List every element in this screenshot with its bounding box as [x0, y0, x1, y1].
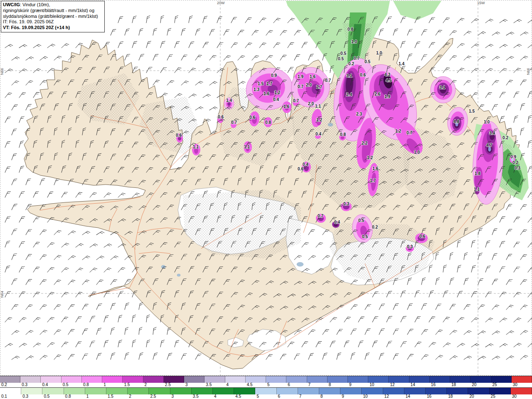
sleet-colorbar-segment	[368, 376, 389, 383]
rain-colorbar-tick: 0.8	[65, 394, 71, 399]
precip-value-label: 0.3	[515, 166, 520, 170]
rain-colorbar-segment	[64, 388, 85, 394]
precip-value-label: 0.6	[360, 73, 366, 77]
rain-colorbar-segment	[255, 388, 276, 394]
precip-value-label: 1.1	[315, 104, 321, 108]
rain-colorbar-tick: 2.5	[150, 394, 156, 399]
rain-colorbar-segment	[149, 388, 170, 394]
sleet-colorbar-tick: 0.3	[22, 382, 27, 387]
rain-colorbar-tick: 3	[172, 394, 174, 399]
rain-colorbar-segment	[319, 388, 340, 394]
precip-value-label: 0.3	[343, 202, 349, 206]
precip-value-label: 0.4	[315, 132, 321, 136]
rain-colorbar-tick: 25	[491, 394, 495, 399]
precip-value-label: 0.5	[358, 218, 364, 223]
rain-colorbar-segment	[170, 388, 192, 394]
rain-colorbar-tick: 4	[214, 394, 217, 399]
precip-value-label: 3.1	[346, 74, 352, 78]
sleet-colorbar-tick: 0.2	[1, 382, 7, 387]
precip-value-label: 0.6	[298, 167, 303, 171]
rain-colorbar-segment	[298, 388, 319, 394]
rain-colorbar-segment	[490, 388, 511, 394]
rain-colorbar-tick: 1.5	[108, 394, 113, 399]
rain-colorbar-segment	[234, 388, 255, 394]
rain-colorbar-tick: 30	[512, 394, 517, 399]
sleet-colorbar-tick: 18	[451, 382, 456, 387]
precip-value-label: 3.1	[439, 85, 445, 90]
precip-value-label: 0.6	[419, 234, 425, 239]
rain-colorbar-tick: 0.5	[44, 394, 49, 399]
rain-colorbar-tick: 8	[320, 394, 323, 399]
precip-value-label: 4.5	[386, 78, 392, 83]
precip-value-label: 1.1	[244, 145, 250, 149]
sleet-colorbar-segment	[491, 376, 512, 383]
rain-colorbar-segment	[106, 388, 128, 394]
sleet-colorbar-tick: 0.5	[63, 382, 69, 387]
precip-value-label: 0.4	[273, 97, 279, 102]
sleet-colorbar-tick: 9	[349, 382, 352, 387]
sleet-colorbar-tick: 7	[308, 382, 310, 387]
precip-value-label: 0.5	[365, 59, 370, 64]
sleet-colorbar-segment	[225, 376, 246, 383]
sleet-colorbar-tick: 8	[329, 382, 331, 387]
precip-value-label: 1.4	[226, 98, 232, 103]
sleet-colorbar-segment	[266, 376, 286, 383]
sleet-colorbar-tick: 0.8	[83, 382, 89, 387]
sleet-colorbar-tick: 1.5	[124, 382, 130, 387]
sleet-colorbar-segment	[389, 376, 409, 383]
rain-colorbar-segment	[468, 388, 489, 394]
rain-colorbar-segment	[42, 388, 64, 394]
precip-value-label: 2.6	[374, 92, 380, 96]
precip-value-label: 0.5	[362, 234, 368, 239]
precip-value-label: 0.8	[265, 120, 271, 125]
precip-value-label: 0.7	[325, 78, 331, 83]
precip-value-label: 0.7	[231, 120, 237, 125]
sleet-colorbar-tick: 6	[288, 382, 290, 387]
sleet-colorbar-segment	[348, 376, 368, 383]
sleet-colorbar-segment	[62, 376, 82, 383]
precip-value-label: 0.7	[354, 56, 360, 61]
precip-value-label: 1.0	[484, 120, 490, 124]
precip-value-label: 2.2	[362, 141, 367, 145]
precip-value-label: 1.6	[372, 166, 378, 171]
precip-value-label: 1.2	[395, 129, 401, 133]
precip-value-label: 2.7	[316, 85, 322, 89]
valid-time: VT: Fös. 19.09.2025 20Z (+14 h)	[3, 25, 102, 31]
sleet-colorbar-tick: 4	[227, 382, 229, 387]
sleet-colorbar-tick: 3.5	[206, 382, 212, 387]
precip-value-label: 0.4	[303, 162, 308, 167]
precip-value-label: 3.4	[489, 131, 495, 135]
precip-value-label: 0.8	[340, 132, 346, 137]
rain-colorbar-segment	[426, 388, 447, 394]
precip-value-label: 2.0	[308, 101, 314, 106]
precip-value-label: 1.8	[475, 171, 480, 176]
precip-value-label: 2.0	[306, 83, 312, 87]
precip-value-label: 0.2	[512, 160, 518, 165]
map-area: 0.81.01.00.50.50.70.50.21.44.34.53.10.60…	[0, 0, 532, 376]
rain-colorbar-segment	[0, 388, 21, 394]
rain-colorbar-segment	[340, 388, 362, 394]
precip-value-label: 0.6	[218, 115, 224, 119]
precip-value-label: 2.4	[346, 92, 352, 97]
precip-value-label: 0.2	[348, 62, 354, 66]
precip-value-label: 1.1	[474, 187, 480, 192]
parameter-title: : Vindur (10m),	[20, 2, 50, 7]
sleet-colorbar-segment	[328, 376, 348, 383]
rain-colorbar-segment	[447, 388, 468, 394]
precip-value-label: 0.8	[347, 27, 353, 32]
rain-colorbar-tick: 4.5	[235, 394, 241, 399]
rain-colorbar-tick: 6	[278, 394, 281, 399]
sleet-colorbar-tick: 4.5	[247, 382, 253, 387]
rain-colorbar-segment	[404, 388, 426, 394]
sleet-colorbar-tick: 2	[145, 382, 147, 387]
colorbar-sleet-snow-ticks: 0.20.30.40.50.811.522.533.544.5567891012…	[0, 383, 532, 387]
precip-value-label: 4.8	[453, 119, 459, 124]
precip-value-label: 4.3	[384, 72, 390, 77]
precip-value-label: 0.2	[502, 135, 508, 140]
rain-colorbar-tick: 1	[86, 394, 89, 399]
rain-colorbar-segment	[192, 388, 213, 394]
precip-value-label: 0.9	[271, 73, 277, 78]
sleet-colorbar-tick: 25	[493, 382, 497, 387]
rain-colorbar-tick: 14	[406, 394, 410, 399]
rain-colorbar-segment	[85, 388, 106, 394]
